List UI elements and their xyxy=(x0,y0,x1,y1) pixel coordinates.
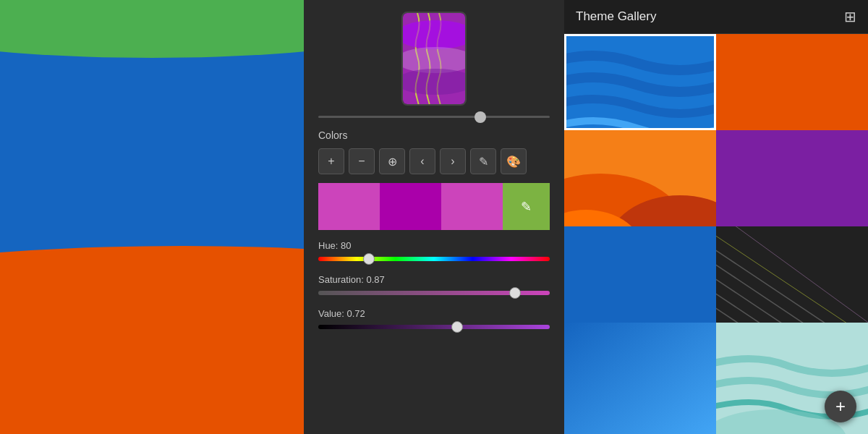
purple-pattern-4 xyxy=(716,130,868,226)
saturation-label: Saturation: 0.87 xyxy=(318,274,550,285)
svg-point-2 xyxy=(403,69,465,95)
svg-rect-11 xyxy=(716,130,868,226)
top-slider-track[interactable] xyxy=(318,116,550,118)
hue-label: Hue: 80 xyxy=(318,240,550,251)
svg-point-0 xyxy=(403,20,465,49)
gallery-cell-7[interactable] xyxy=(564,323,716,434)
waves-pattern-1 xyxy=(564,34,716,130)
phone-preview xyxy=(401,12,467,106)
left-panel xyxy=(0,0,304,434)
value-slider[interactable] xyxy=(318,325,550,329)
gallery-cell-6[interactable] xyxy=(716,226,868,323)
grid-view-icon[interactable]: ⊞ xyxy=(844,8,856,25)
next-button[interactable]: › xyxy=(440,148,466,174)
wave-pattern-3 xyxy=(564,130,716,226)
hue-slider[interactable] xyxy=(318,257,550,261)
top-slider-thumb[interactable] xyxy=(475,111,486,123)
phone-pattern xyxy=(403,13,465,104)
gallery-cell-2[interactable] xyxy=(716,34,868,130)
svg-rect-29 xyxy=(564,323,716,434)
gallery-cell-4[interactable] xyxy=(716,130,868,226)
middle-panel: Colors + − ⊕ ‹ › ✎ 🎨 ✎ Hue: 80 Saturatio… xyxy=(304,0,564,434)
right-header: Theme Gallery ⊞ xyxy=(564,0,868,34)
swatch-2[interactable] xyxy=(380,183,441,230)
right-panel: Theme Gallery ⊞ xyxy=(564,0,868,434)
blue-gradient-7 xyxy=(564,323,716,434)
colors-section-label: Colors xyxy=(318,129,550,141)
swatch-3[interactable] xyxy=(441,183,503,230)
gallery-title: Theme Gallery xyxy=(576,9,656,24)
top-slider-container xyxy=(318,116,550,118)
gallery-cell-5[interactable] xyxy=(564,226,716,323)
theme-gallery-grid: + xyxy=(564,34,868,434)
left-green-bg xyxy=(0,0,304,58)
add-circle-button[interactable]: ⊕ xyxy=(379,148,405,174)
palette-button[interactable]: 🎨 xyxy=(501,148,527,174)
gallery-cell-1[interactable] xyxy=(564,34,716,130)
hue-thumb[interactable] xyxy=(363,253,375,265)
swatch-1[interactable] xyxy=(318,183,380,230)
colors-toolbar: + − ⊕ ‹ › ✎ 🎨 xyxy=(318,148,550,174)
add-theme-button[interactable]: + xyxy=(825,391,856,422)
dark-lines-6 xyxy=(716,226,868,323)
svg-rect-19 xyxy=(716,226,868,323)
phone-screen xyxy=(403,13,465,104)
value-label: Value: 0.72 xyxy=(318,308,550,319)
prev-button[interactable]: ‹ xyxy=(409,148,435,174)
pencil-icon: ✎ xyxy=(521,199,532,215)
left-orange-bg xyxy=(0,253,304,434)
value-thumb[interactable] xyxy=(451,321,463,333)
color-swatches: ✎ xyxy=(318,183,550,230)
add-color-button[interactable]: + xyxy=(318,148,344,174)
blue-diagonal-5 xyxy=(564,226,716,323)
svg-rect-4 xyxy=(716,34,868,130)
gallery-cell-3[interactable] xyxy=(564,130,716,226)
remove-color-button[interactable]: − xyxy=(349,148,375,174)
svg-rect-15 xyxy=(564,226,716,323)
saturation-slider[interactable] xyxy=(318,291,550,295)
saturation-thumb[interactable] xyxy=(509,287,521,299)
swatch-edit-button[interactable]: ✎ xyxy=(503,183,550,230)
edit-button[interactable]: ✎ xyxy=(470,148,496,174)
diagonal-pattern-2 xyxy=(716,34,868,130)
